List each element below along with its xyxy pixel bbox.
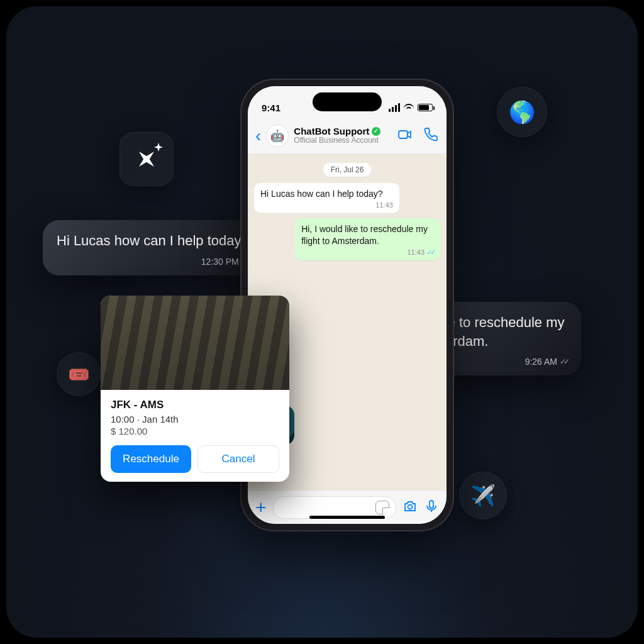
svg-rect-0 xyxy=(399,131,408,138)
floating-message-bot: Hi Lucas how can I help today? 12:30 PM … xyxy=(43,220,263,275)
verified-badge-icon: ✓ xyxy=(372,127,380,136)
date-separator: Fri, Jul 26 xyxy=(323,163,372,177)
voice-call-button[interactable] xyxy=(424,127,439,145)
floating-message-time: 12:30 PM xyxy=(201,257,239,267)
chat-subtitle: Official Business Account xyxy=(294,136,392,145)
chat-header-text[interactable]: ChatBot Support ✓ Official Business Acco… xyxy=(294,126,392,145)
floating-message-text: Hi Lucas how can I help today? xyxy=(57,231,249,250)
message-time: 11:43 xyxy=(260,201,393,209)
message-time: 11:43 xyxy=(407,248,425,257)
ticket-icon: 🎟️ xyxy=(57,352,101,396)
message-outgoing[interactable]: Hi, I would like to reschedule my flight… xyxy=(295,218,440,260)
back-button[interactable]: ‹ xyxy=(255,126,261,146)
attach-button[interactable]: + xyxy=(255,497,267,518)
plane-icon: ✈️ xyxy=(459,472,507,519)
chat-title: ChatBot Support xyxy=(294,126,369,137)
floating-message-time: 9:26 AM xyxy=(525,357,557,367)
flight-card-image xyxy=(101,296,289,390)
cancel-button[interactable]: Cancel xyxy=(197,445,279,473)
sticker-icon[interactable] xyxy=(375,501,389,514)
flight-route: JFK - AMS xyxy=(111,399,279,411)
battery-icon xyxy=(418,104,433,111)
message-incoming[interactable]: Hi Lucas how can I help today? 11:43 xyxy=(254,183,399,213)
message-text: Hi, I would like to reschedule my flight… xyxy=(301,224,428,245)
video-call-button[interactable] xyxy=(397,127,413,145)
svg-rect-2 xyxy=(430,501,433,508)
svg-point-1 xyxy=(408,504,413,509)
camera-button[interactable] xyxy=(402,499,418,516)
mic-button[interactable] xyxy=(424,499,439,516)
status-time: 9:41 xyxy=(262,103,280,113)
flight-card: JFK - AMS 10:00 · Jan 14th $ 120.00 Resc… xyxy=(101,296,289,482)
globe-icon: 🌎 xyxy=(497,87,547,137)
flight-price: $ 120.00 xyxy=(111,426,279,436)
wifi-icon xyxy=(404,104,414,111)
home-indicator xyxy=(309,516,385,519)
reschedule-button[interactable]: Reschedule xyxy=(111,445,191,473)
message-text: Hi Lucas how can I help today? xyxy=(260,189,383,199)
sparkle-icon xyxy=(119,132,174,186)
read-ticks-icon: ✓✓ xyxy=(426,248,434,257)
cellular-icon xyxy=(389,103,400,112)
read-ticks-icon: ✓✓ xyxy=(560,357,567,366)
bot-avatar[interactable]: 🤖 xyxy=(266,125,289,147)
dynamic-island xyxy=(313,92,382,111)
flight-datetime: 10:00 · Jan 14th xyxy=(111,414,279,425)
stage: 🌎 🎟️ ✈️ Hi Lucas how can I help today? 1… xyxy=(6,6,638,638)
chat-header: ‹ 🤖 ChatBot Support ✓ Official Business … xyxy=(248,118,447,154)
